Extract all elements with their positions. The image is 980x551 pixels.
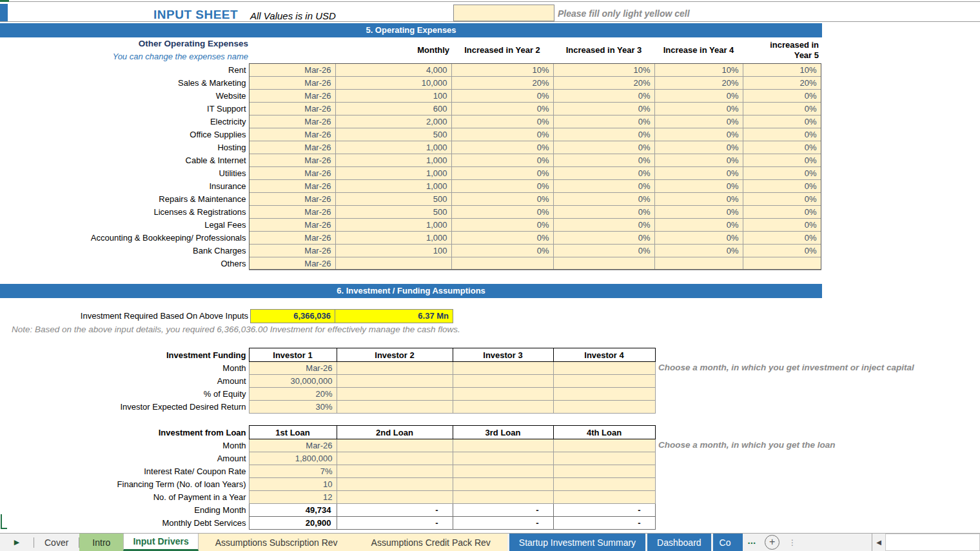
- loan-value-cell[interactable]: [553, 439, 655, 452]
- sheet-nav-arrow-icon[interactable]: ▶: [0, 534, 34, 551]
- expense-year4-increase-cell[interactable]: 0%: [654, 154, 743, 167]
- loan-value-cell[interactable]: [453, 452, 553, 465]
- funding-value-cell[interactable]: [453, 388, 553, 401]
- expense-year3-increase-cell[interactable]: 0%: [553, 206, 654, 219]
- expense-monthly-cell[interactable]: 2,000: [335, 115, 451, 128]
- expense-year2-increase-cell[interactable]: 0%: [451, 245, 553, 257]
- sheet-tab-assumptions-subscription-rev[interactable]: Assumptions Subscription Rev: [199, 534, 355, 551]
- expense-year2-increase-cell[interactable]: 0%: [451, 128, 553, 141]
- expense-monthly-cell[interactable]: 1,000: [335, 219, 451, 232]
- expense-year5-increase-cell[interactable]: 0%: [743, 154, 821, 167]
- sheet-tab-dashboard[interactable]: Dashboard: [647, 534, 711, 551]
- expense-monthly-cell[interactable]: 600: [335, 103, 451, 115]
- expense-year4-increase-cell[interactable]: 0%: [654, 167, 743, 180]
- expense-year4-increase-cell[interactable]: 0%: [654, 206, 743, 219]
- expense-month-cell[interactable]: Mar-26: [249, 180, 335, 193]
- expense-year5-increase-cell[interactable]: 0%: [743, 193, 821, 206]
- loan-value-cell[interactable]: 10: [249, 478, 337, 491]
- loan-value-cell[interactable]: [553, 465, 655, 478]
- expense-monthly-cell[interactable]: 10,000: [335, 77, 451, 90]
- expense-year3-increase-cell[interactable]: 0%: [553, 232, 654, 245]
- expense-year4-increase-cell[interactable]: 0%: [654, 141, 743, 154]
- expense-month-cell[interactable]: Mar-26: [249, 90, 335, 103]
- sheet-tab-startup-investment-summary[interactable]: Startup Investment Summary: [509, 534, 645, 551]
- expense-year5-increase-cell[interactable]: 20%: [743, 77, 821, 90]
- expense-year5-increase-cell[interactable]: 0%: [743, 128, 821, 141]
- loan-value-cell[interactable]: [337, 465, 453, 478]
- sheet-tab-co[interactable]: Co: [713, 534, 743, 551]
- loan-value-cell[interactable]: 49,734: [249, 504, 337, 517]
- expense-month-cell[interactable]: Mar-26: [249, 219, 335, 232]
- expense-year5-increase-cell[interactable]: 0%: [743, 219, 821, 232]
- loan-value-cell[interactable]: [337, 491, 453, 504]
- expense-year5-increase-cell[interactable]: 0%: [743, 103, 821, 115]
- expense-monthly-cell[interactable]: 1,000: [335, 232, 451, 245]
- expense-year4-increase-cell[interactable]: 0%: [654, 219, 743, 232]
- loan-value-cell[interactable]: 7%: [249, 465, 337, 478]
- funding-value-cell[interactable]: 20%: [249, 388, 337, 401]
- loan-value-cell[interactable]: [553, 452, 655, 465]
- expense-month-cell[interactable]: Mar-26: [249, 193, 335, 206]
- sheet-tab-input-drivers[interactable]: Input Drivers: [123, 534, 198, 551]
- sheet-tab-intro[interactable]: Intro: [79, 534, 123, 551]
- expense-year5-increase-cell[interactable]: 0%: [743, 167, 821, 180]
- expense-year2-increase-cell[interactable]: [451, 257, 553, 270]
- expense-monthly-cell[interactable]: [335, 257, 451, 270]
- expense-year4-increase-cell[interactable]: 0%: [654, 128, 743, 141]
- hidden-tabs-ellipsis[interactable]: ...: [743, 534, 760, 551]
- expense-year4-increase-cell[interactable]: 0%: [654, 245, 743, 257]
- loan-value-cell[interactable]: 1,800,000: [249, 452, 337, 465]
- expense-monthly-cell[interactable]: 100: [335, 90, 451, 103]
- funding-value-cell[interactable]: [553, 375, 655, 388]
- expense-year2-increase-cell[interactable]: 0%: [451, 154, 553, 167]
- expense-year5-increase-cell[interactable]: 0%: [743, 245, 821, 257]
- expense-year2-increase-cell[interactable]: 0%: [451, 206, 553, 219]
- horizontal-scrollbar[interactable]: ◀: [872, 534, 980, 551]
- expense-year4-increase-cell[interactable]: 0%: [654, 180, 743, 193]
- funding-value-cell[interactable]: [337, 375, 453, 388]
- expense-monthly-cell[interactable]: 1,000: [335, 141, 451, 154]
- funding-value-cell[interactable]: 30,000,000: [249, 375, 337, 388]
- expense-year5-increase-cell[interactable]: 10%: [743, 64, 821, 77]
- expense-year3-increase-cell[interactable]: 0%: [553, 103, 654, 115]
- expense-monthly-cell[interactable]: 1,000: [335, 154, 451, 167]
- add-sheet-button[interactable]: +: [765, 535, 779, 550]
- expense-year5-increase-cell[interactable]: 0%: [743, 90, 821, 103]
- loan-value-cell[interactable]: -: [337, 517, 453, 530]
- sheet-tab-assumptions-credit-pack-rev[interactable]: Assumptions Credit Pack Rev: [355, 534, 507, 551]
- funding-value-cell[interactable]: [553, 401, 655, 414]
- expense-year4-increase-cell[interactable]: [654, 257, 743, 270]
- expense-year4-increase-cell[interactable]: 0%: [654, 115, 743, 128]
- expense-year2-increase-cell[interactable]: 0%: [451, 115, 553, 128]
- expense-year2-increase-cell[interactable]: 0%: [451, 219, 553, 232]
- expense-year4-increase-cell[interactable]: 10%: [654, 64, 743, 77]
- expense-year3-increase-cell[interactable]: [553, 257, 654, 270]
- expense-year4-increase-cell[interactable]: 0%: [654, 90, 743, 103]
- loan-value-cell[interactable]: [453, 478, 553, 491]
- expense-year3-increase-cell[interactable]: 0%: [553, 193, 654, 206]
- funding-value-cell[interactable]: [453, 362, 553, 375]
- expense-year3-increase-cell[interactable]: 0%: [553, 128, 654, 141]
- expense-year2-increase-cell[interactable]: 0%: [451, 167, 553, 180]
- loan-value-cell[interactable]: Mar-26: [249, 439, 337, 452]
- expense-month-cell[interactable]: Mar-26: [249, 245, 335, 257]
- expense-month-cell[interactable]: Mar-26: [249, 232, 335, 245]
- expense-year2-increase-cell[interactable]: 0%: [451, 232, 553, 245]
- expense-month-cell[interactable]: Mar-26: [249, 257, 335, 270]
- expense-year3-increase-cell[interactable]: 0%: [553, 245, 654, 257]
- loan-value-cell[interactable]: -: [337, 504, 453, 517]
- funding-value-cell[interactable]: [453, 401, 553, 414]
- loan-value-cell[interactable]: -: [453, 504, 553, 517]
- expense-year3-increase-cell[interactable]: 0%: [553, 154, 654, 167]
- loan-value-cell[interactable]: -: [553, 517, 655, 530]
- loan-value-cell[interactable]: -: [553, 504, 655, 517]
- sheet-tab-cover[interactable]: Cover: [34, 534, 79, 551]
- expense-year3-increase-cell[interactable]: 0%: [553, 90, 654, 103]
- expense-month-cell[interactable]: Mar-26: [249, 154, 335, 167]
- funding-value-cell[interactable]: [337, 362, 453, 375]
- expense-year2-increase-cell[interactable]: 0%: [451, 141, 553, 154]
- expense-year3-increase-cell[interactable]: 0%: [553, 167, 654, 180]
- scroll-left-icon[interactable]: ◀: [872, 534, 885, 551]
- expense-year2-increase-cell[interactable]: 0%: [451, 90, 553, 103]
- loan-value-cell[interactable]: [453, 465, 553, 478]
